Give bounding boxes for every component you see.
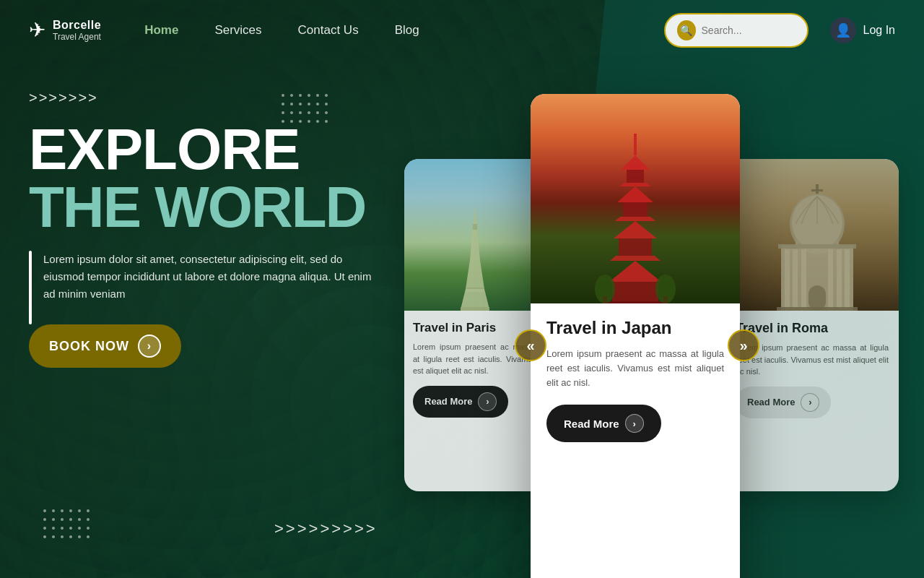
vertical-bar: [29, 251, 32, 324]
roma-card-body: Travel in Roma Lorem ipsum praesent ac m…: [725, 311, 899, 428]
svg-marker-16: [609, 261, 661, 282]
brand-subtitle: Travel Agent: [53, 32, 101, 42]
svg-rect-8: [627, 170, 644, 183]
user-icon: 👤: [830, 17, 856, 43]
svg-marker-15: [610, 256, 661, 261]
login-label: Log In: [863, 24, 895, 37]
svg-rect-21: [603, 296, 607, 303]
travel-cards: « » Travel in Paris Lorem ipsum praese: [404, 94, 910, 542]
svg-rect-41: [777, 307, 858, 311]
roma-read-more-icon: ›: [801, 393, 819, 412]
svg-rect-35: [801, 249, 806, 311]
japan-image: [531, 94, 740, 303]
prev-arrow-icon: «: [526, 337, 534, 354]
japan-description: Lorem ipsum praesent ac massa at ligula …: [546, 347, 724, 390]
eiffel-tower-icon: [450, 202, 500, 311]
svg-rect-1: [473, 224, 477, 230]
paris-read-more-button[interactable]: Read More ›: [413, 386, 508, 418]
japan-read-more-button[interactable]: Read More ›: [546, 405, 661, 442]
roma-read-more-button[interactable]: Read More ›: [736, 387, 831, 418]
japan-read-more-label: Read More: [564, 418, 619, 430]
roma-read-more-label: Read More: [747, 397, 795, 407]
hero-title-line2: THE WORLD: [29, 178, 433, 236]
nav-services[interactable]: Services: [214, 23, 261, 38]
japan-title: Travel in Japan: [546, 318, 724, 338]
nav-blog[interactable]: Blog: [395, 23, 419, 38]
logo[interactable]: ✈ Borcelle Travel Agent: [29, 18, 101, 43]
card-roma: Travel in Roma Lorem ipsum praesent ac m…: [725, 159, 899, 491]
book-now-button[interactable]: BOOK NOW ›: [29, 324, 181, 368]
svg-rect-37: [837, 249, 842, 311]
chevrons-bottom: >>>>>>>>>: [274, 519, 378, 538]
book-now-label: BOOK NOW: [49, 339, 129, 354]
roma-title: Travel in Roma: [736, 321, 889, 336]
svg-rect-39: [808, 285, 826, 311]
pagoda-icon: [592, 130, 679, 303]
dot: [282, 94, 284, 97]
card-japan: Travel in Japan Lorem ipsum praesent ac …: [531, 94, 740, 578]
svg-rect-34: [793, 249, 798, 311]
svg-rect-38: [845, 249, 850, 311]
nav-links: Home Services Contact Us Blog: [144, 23, 663, 38]
japan-card-body: Travel in Japan Lorem ipsum praesent ac …: [531, 303, 740, 457]
nav-home[interactable]: Home: [144, 23, 178, 38]
svg-rect-11: [623, 202, 648, 217]
navbar: ✈ Borcelle Travel Agent Home Services Co…: [0, 0, 924, 61]
search-icon[interactable]: 🔍: [677, 20, 696, 40]
hero-left: >>>>>>> EXPLORE THE WORLD Lorem ipsum do…: [29, 82, 433, 368]
japan-read-more-icon: ›: [625, 414, 644, 433]
search-bar: 🔍: [664, 13, 808, 48]
dot-grid-top: [282, 94, 328, 123]
prev-arrow[interactable]: «: [515, 329, 546, 361]
chevrons-top: >>>>>>>: [29, 90, 433, 106]
brand-name: Borcelle: [53, 18, 101, 32]
plane-icon: ✈: [29, 18, 45, 42]
svg-marker-7: [621, 155, 650, 170]
hero-description: Lorem ipsum dolor sit amet, consectetur …: [43, 251, 375, 303]
nav-contact[interactable]: Contact Us: [298, 23, 359, 38]
login-button[interactable]: 👤 Log In: [830, 17, 895, 43]
next-arrow[interactable]: »: [728, 329, 759, 361]
paris-read-more-label: Read More: [424, 396, 472, 407]
svg-marker-2: [466, 260, 484, 289]
paris-image: [404, 159, 545, 311]
svg-rect-24: [811, 189, 823, 191]
hero-title-line1: EXPLORE: [29, 121, 433, 178]
svg-rect-33: [785, 249, 790, 311]
svg-rect-17: [612, 282, 658, 303]
svg-marker-10: [617, 186, 653, 202]
svg-marker-0: [470, 206, 480, 260]
svg-marker-4: [461, 289, 489, 309]
paris-card-body: Travel in Paris Lorem ipsum praesent ac …: [404, 311, 545, 428]
paris-title: Travel in Paris: [413, 321, 536, 335]
card-paris: Travel in Paris Lorem ipsum praesent ac …: [404, 159, 545, 491]
svg-marker-12: [615, 217, 655, 221]
roma-image: [725, 159, 899, 311]
dome-icon: [767, 181, 868, 311]
svg-rect-14: [619, 238, 652, 256]
svg-rect-18: [603, 301, 668, 303]
svg-rect-22: [663, 296, 668, 303]
svg-marker-9: [619, 183, 651, 186]
svg-rect-5: [461, 307, 489, 311]
svg-rect-40: [778, 244, 856, 249]
svg-marker-13: [614, 221, 657, 238]
search-input[interactable]: [702, 25, 796, 36]
dot-grid-bottom: [43, 509, 90, 538]
hero-desc-block: Lorem ipsum dolor sit amet, consectetur …: [29, 251, 433, 324]
svg-rect-36: [828, 249, 833, 311]
paris-read-more-icon: ›: [478, 392, 497, 411]
svg-rect-6: [634, 134, 637, 155]
next-arrow-icon: »: [739, 337, 747, 354]
book-now-icon: ›: [138, 335, 161, 358]
